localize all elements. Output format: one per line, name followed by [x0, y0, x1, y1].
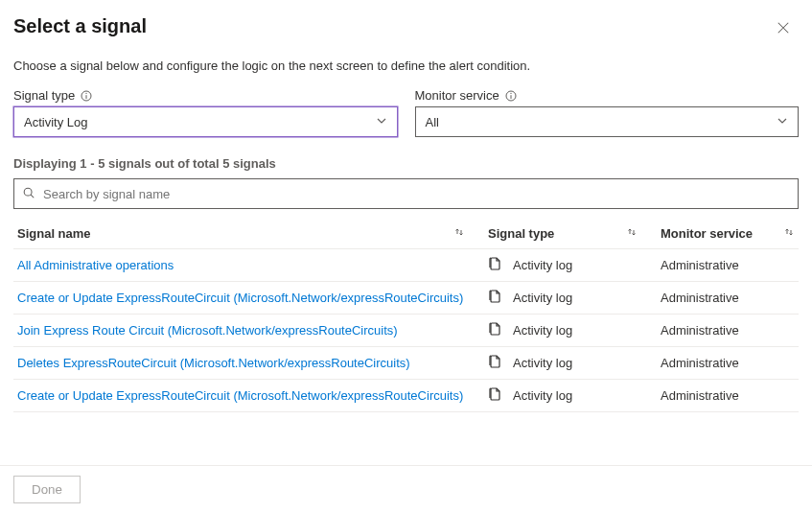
- info-icon[interactable]: [81, 90, 92, 102]
- info-icon[interactable]: [505, 90, 517, 102]
- column-header-name-text: Signal name: [17, 226, 91, 241]
- column-header-service[interactable]: Monitor service: [661, 226, 795, 241]
- table-row: Deletes ExpressRouteCircuit (Microsoft.N…: [13, 347, 799, 380]
- svg-point-5: [510, 92, 511, 93]
- signal-link[interactable]: All Administrative operations: [17, 258, 174, 272]
- search-input[interactable]: [41, 186, 790, 202]
- column-header-service-text: Monitor service: [661, 226, 753, 241]
- signal-type-value: Activity Log: [24, 115, 87, 129]
- signal-link[interactable]: Create or Update ExpressRouteCircuit (Mi…: [17, 291, 463, 305]
- monitor-service-value: Administrative: [661, 323, 739, 338]
- signal-type-label: Signal type: [13, 88, 75, 103]
- monitor-service-select[interactable]: All: [415, 106, 800, 137]
- close-icon: [777, 21, 790, 37]
- chevron-down-icon: [777, 115, 788, 129]
- monitor-service-value: Administrative: [661, 388, 739, 403]
- monitor-service-value: Administrative: [661, 291, 739, 305]
- activity-log-icon: [488, 321, 503, 339]
- signal-link[interactable]: Deletes ExpressRouteCircuit (Microsoft.N…: [17, 356, 410, 370]
- activity-log-icon: [488, 354, 503, 372]
- signal-type-value: Activity log: [513, 323, 572, 338]
- svg-point-6: [24, 188, 32, 196]
- signal-type-value: Activity log: [513, 388, 572, 403]
- done-button[interactable]: Done: [13, 476, 81, 503]
- chevron-down-icon: [376, 115, 387, 129]
- signal-type-select[interactable]: Activity Log: [13, 106, 398, 137]
- table-row: Create or Update ExpressRouteCircuit (Mi…: [13, 282, 799, 315]
- close-button[interactable]: [768, 13, 799, 44]
- svg-line-7: [31, 195, 34, 198]
- column-header-type-text: Signal type: [488, 226, 554, 241]
- search-icon: [22, 186, 35, 202]
- signal-type-value: Activity log: [513, 291, 572, 305]
- column-header-name[interactable]: Signal name: [17, 226, 488, 241]
- sort-icon: [453, 226, 465, 241]
- column-header-type[interactable]: Signal type: [488, 226, 661, 241]
- signal-link[interactable]: Create or Update ExpressRouteCircuit (Mi…: [17, 388, 463, 403]
- activity-log-icon: [488, 256, 503, 274]
- table-row: Create or Update ExpressRouteCircuit (Mi…: [13, 380, 799, 412]
- signal-type-value: Activity log: [513, 258, 572, 272]
- sort-icon: [783, 226, 795, 241]
- svg-point-2: [86, 92, 87, 93]
- table-row: Join Express Route Circuit (Microsoft.Ne…: [13, 315, 799, 347]
- panel-title: Select a signal: [13, 15, 147, 37]
- monitor-service-value: Administrative: [661, 356, 739, 370]
- signal-type-value: Activity log: [513, 356, 572, 370]
- monitor-service-value: Administrative: [661, 258, 739, 272]
- signal-link[interactable]: Join Express Route Circuit (Microsoft.Ne…: [17, 323, 398, 338]
- activity-log-icon: [488, 289, 503, 307]
- monitor-service-value: All: [426, 115, 439, 129]
- table-row: All Administrative operationsActivity lo…: [13, 249, 799, 282]
- table-header: Signal name Signal type Monitor service: [13, 219, 799, 249]
- search-input-wrapper[interactable]: [13, 178, 799, 209]
- results-count: Displaying 1 - 5 signals out of total 5 …: [13, 156, 799, 171]
- panel-subtitle: Choose a signal below and configure the …: [13, 58, 799, 73]
- signals-table: Signal name Signal type Monitor service …: [13, 219, 799, 412]
- activity-log-icon: [488, 386, 503, 405]
- sort-icon: [626, 226, 638, 241]
- monitor-service-label: Monitor service: [415, 88, 499, 103]
